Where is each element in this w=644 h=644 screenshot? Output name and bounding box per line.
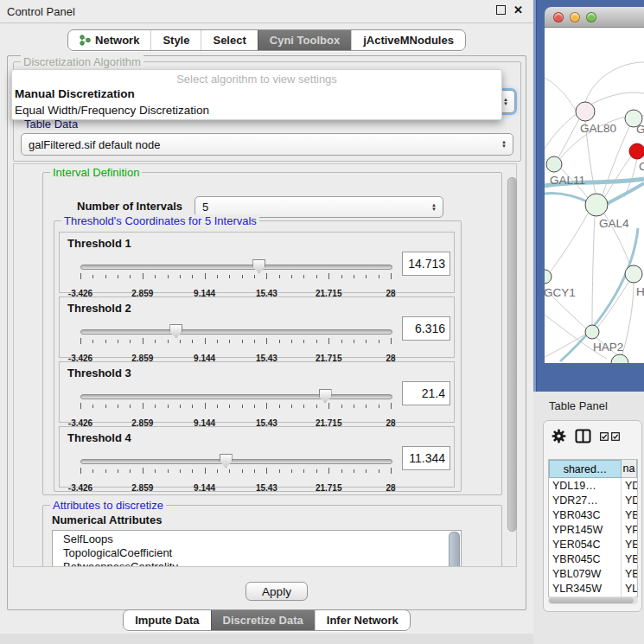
threshold-1-slider[interactable]: -3.4262.8599.14415.4321.71528 (80, 265, 391, 290)
columns-icon[interactable] (575, 429, 591, 443)
node-table: shared…naYDL19…YDL1YDR27…YDR2YBR043CYBR0… (548, 459, 638, 597)
checked-checkbox-icon[interactable] (611, 432, 620, 441)
column-header-na[interactable]: na (622, 460, 637, 478)
table-cell[interactable]: YER054C (549, 537, 622, 552)
table-cell[interactable]: YBR045C (549, 552, 622, 566)
table-cell[interactable]: YLR3 (622, 581, 637, 596)
attribute-item[interactable]: SelfLoops (63, 532, 461, 546)
bottom-tab-impute-data-label: Impute Data (135, 614, 199, 627)
settings-outer-panel: Discretization Algorithm ▲▼ Table Data g… (7, 55, 526, 610)
gear-icon[interactable] (552, 429, 566, 443)
threshold-2-slider[interactable]: -3.4262.8599.14415.4321.71528 (80, 329, 391, 355)
dropdown-option-manual[interactable]: Manual Discretization (12, 86, 501, 102)
slider-track[interactable] (80, 329, 392, 335)
slider-track[interactable] (80, 265, 392, 270)
zoom-traffic-light-icon[interactable] (586, 12, 596, 22)
table-cell[interactable]: YDL19… (549, 478, 622, 493)
right-region: GAL80GACGAL11GAL4GCY1HHAP2 Table Panel (533, 0, 644, 644)
table-cell[interactable]: YLR345W (549, 581, 622, 596)
node-label: C (639, 160, 644, 173)
table-cell[interactable]: YER0 (622, 537, 637, 552)
settings-scrollbar[interactable] (506, 165, 517, 564)
node-h[interactable] (625, 265, 642, 283)
threshold-4-slider[interactable]: -3.4262.8599.14415.4321.71528 (80, 459, 391, 485)
threshold-4-thumb[interactable] (220, 454, 233, 468)
attribute-item[interactable]: BetweennessCentrality (63, 560, 461, 567)
bottom-tab-impute-data[interactable]: Impute Data (124, 610, 210, 630)
table-cell[interactable]: YBL079W (549, 566, 622, 581)
node-unlabeled[interactable] (611, 354, 628, 363)
table-cell[interactable]: YPR145W (549, 522, 622, 537)
node-gal4[interactable] (585, 194, 608, 216)
threshold-2-value-field[interactable]: 6.316 (402, 316, 450, 341)
table-row[interactable]: YDL19…YDL1 (549, 478, 637, 493)
table-row[interactable]: YPR145WYPR1 (549, 522, 637, 537)
table-toolbar (552, 429, 620, 443)
table-row[interactable]: YBL079WYBL0 (549, 566, 637, 581)
tab-cyni-toolbox[interactable]: Cyni Toolbox (258, 30, 351, 50)
threshold-1-thumb[interactable] (252, 259, 265, 273)
tab-network[interactable]: Network (68, 30, 150, 50)
node-gal11[interactable] (546, 156, 562, 172)
close-traffic-light-icon[interactable] (553, 12, 564, 22)
spinner-icon: ▲▼ (431, 203, 437, 212)
table-panel-title: Table Panel (549, 399, 608, 412)
control-panel: Control Panel ✕ NetworkStyleSelectCyni T… (0, 0, 533, 634)
table-horizontal-scrollbar[interactable] (548, 596, 638, 604)
node-hap2[interactable] (585, 325, 599, 339)
list-scrollbar-thumb[interactable] (449, 532, 460, 567)
threshold-3-value-field[interactable]: 21.4 (402, 381, 450, 405)
threshold-3-thumb[interactable] (319, 389, 332, 403)
dropdown-option-equal-width[interactable]: Equal Width/Frequency Discretization (12, 102, 501, 118)
table-cell[interactable]: YDL1 (622, 478, 637, 493)
node-c[interactable] (629, 143, 644, 159)
threshold-3-slider[interactable]: -3.4262.8599.14415.4321.71528 (80, 394, 391, 420)
table-row[interactable]: YLR345WYLR3 (549, 581, 637, 596)
bottom-tab-discretize-data[interactable]: Discretize Data (211, 610, 315, 630)
apply-button[interactable]: Apply (245, 582, 308, 601)
table-cell[interactable]: YPR1 (622, 522, 637, 537)
column-header-shared-[interactable]: shared… (549, 460, 622, 478)
slider-track[interactable] (80, 394, 392, 399)
table-cell[interactable]: YBR043C (549, 507, 622, 522)
tab-style[interactable]: Style (150, 30, 201, 50)
table-row[interactable]: YDR27…YDR2 (549, 493, 637, 507)
threshold-label: Threshold 4 (67, 431, 131, 444)
table-cell[interactable]: YBL0 (622, 566, 637, 581)
threshold-label: Threshold 3 (67, 367, 131, 379)
attributes-group-title: Attributes to discretize (50, 499, 166, 512)
spinner-icon: ▲▼ (503, 98, 508, 106)
table-cell[interactable]: YBR0 (622, 552, 637, 566)
table-cell[interactable]: YDR27… (549, 493, 622, 507)
node-label: GCY1 (545, 286, 576, 299)
table-cell[interactable]: YBR0 (622, 507, 637, 522)
table-row[interactable]: YBR045CYBR0 (549, 552, 637, 566)
checked-checkbox-icon[interactable] (600, 432, 609, 441)
table-row[interactable]: YER054CYER0 (549, 537, 637, 552)
tab-style-label: Style (163, 34, 189, 47)
float-window-icon[interactable] (496, 5, 506, 15)
tab-jactivemnodules[interactable]: jActiveMNodules (351, 30, 465, 50)
table-panel: Table Panel (533, 392, 644, 644)
settings-scrollbar-thumb[interactable] (507, 177, 517, 532)
node-gal80[interactable] (576, 102, 595, 121)
dropdown-placeholder: Select algorithm to view settings (12, 73, 501, 86)
network-window-titlebar[interactable] (545, 7, 644, 28)
slider-track[interactable] (80, 459, 392, 464)
bottom-tab-infer-network[interactable]: Infer Network (315, 610, 410, 630)
table-hscroll-thumb[interactable] (549, 597, 634, 603)
threshold-1-value-field[interactable]: 14.713 (402, 252, 450, 276)
tab-cyni-toolbox-label: Cyni Toolbox (270, 34, 340, 47)
tab-select[interactable]: Select (201, 30, 257, 50)
threshold-2-thumb[interactable] (169, 324, 182, 338)
table-cell[interactable]: YDR2 (622, 493, 637, 507)
spinner-icon: ▲▼ (501, 140, 507, 149)
node-label: GAL80 (580, 122, 616, 135)
table-data-combo[interactable]: galFiltered.sif default node ▲▼ (21, 133, 513, 156)
minimize-traffic-light-icon[interactable] (570, 12, 580, 22)
threshold-4-value-field[interactable]: 11.344 (402, 446, 450, 470)
table-row[interactable]: YBR043CYBR0 (549, 507, 637, 522)
attribute-item[interactable]: TopologicalCoefficient (63, 546, 461, 560)
network-canvas[interactable]: GAL80GACGAL11GAL4GCY1HHAP2 (545, 28, 644, 363)
close-icon[interactable]: ✕ (513, 4, 523, 16)
